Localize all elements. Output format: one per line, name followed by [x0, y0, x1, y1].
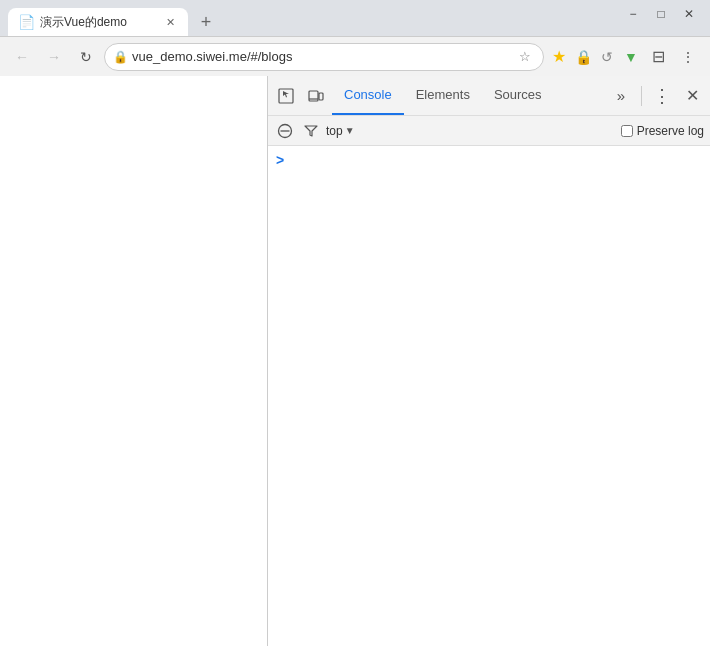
console-prompt-arrow[interactable]: > [276, 152, 284, 168]
main-content: Console Elements Sources » ⋮ ✕ [0, 76, 710, 646]
extension-icon-3[interactable]: ↺ [596, 46, 618, 68]
back-button[interactable]: ← [8, 43, 36, 71]
active-tab[interactable]: 📄 演示Vue的demo ✕ [8, 8, 188, 36]
inspect-element-button[interactable] [272, 82, 300, 110]
preserve-log-label: Preserve log [637, 124, 704, 138]
preserve-log-container: Preserve log [621, 124, 704, 138]
filter-button[interactable] [300, 120, 322, 142]
clear-console-button[interactable] [274, 120, 296, 142]
context-dropdown-arrow: ▼ [345, 125, 355, 136]
tab-favicon: 📄 [18, 14, 34, 30]
page-security-icon: 🔒 [113, 50, 128, 64]
window-controls: − □ ✕ [620, 4, 702, 32]
tab-close-button[interactable]: ✕ [162, 14, 178, 30]
close-window-button[interactable]: ✕ [676, 4, 702, 24]
console-prompt-row: > [272, 150, 706, 170]
reload-button[interactable]: ↻ [72, 43, 100, 71]
extension-icon-4[interactable]: ▼ [620, 46, 642, 68]
navigation-bar: ← → ↻ 🔒 ☆ ★ 🔒 ↺ ▼ ⊟ ⋮ [0, 36, 710, 76]
maximize-button[interactable]: □ [648, 4, 674, 24]
bookmark-button[interactable]: ☆ [515, 47, 535, 67]
toolbar-separator [641, 86, 642, 106]
context-label: top [326, 124, 343, 138]
tab-title: 演示Vue的demo [40, 14, 156, 31]
new-tab-button[interactable]: + [192, 8, 220, 36]
svg-rect-2 [319, 93, 323, 100]
chrome-menu-button[interactable]: ⋮ [674, 43, 702, 71]
preserve-log-checkbox[interactable] [621, 125, 633, 137]
console-content: > [268, 146, 710, 646]
console-toolbar: top ▼ Preserve log [268, 116, 710, 146]
device-toolbar-button[interactable] [302, 82, 330, 110]
page-area [0, 76, 267, 646]
minimize-button[interactable]: − [620, 4, 646, 24]
customize-button[interactable]: ⊟ [644, 43, 672, 71]
address-input[interactable] [132, 49, 511, 64]
devtools-tabs: Console Elements Sources [332, 76, 605, 115]
context-selector[interactable]: top ▼ [326, 124, 355, 138]
extension-icon-2[interactable]: 🔒 [572, 46, 594, 68]
more-tabs-button[interactable]: » [607, 82, 635, 110]
tab-elements[interactable]: Elements [404, 76, 482, 115]
devtools-panel: Console Elements Sources » ⋮ ✕ [267, 76, 710, 646]
devtools-toolbar: Console Elements Sources » ⋮ ✕ [268, 76, 710, 116]
tab-bar: 📄 演示Vue的demo ✕ + [8, 0, 220, 36]
devtools-close-button[interactable]: ✕ [678, 82, 706, 110]
forward-button[interactable]: → [40, 43, 68, 71]
tab-sources[interactable]: Sources [482, 76, 554, 115]
title-bar: 📄 演示Vue的demo ✕ + − □ ✕ [0, 0, 710, 36]
tab-console[interactable]: Console [332, 76, 404, 115]
extension-icon-1[interactable]: ★ [548, 46, 570, 68]
browser-window: 📄 演示Vue的demo ✕ + − □ ✕ ← → ↻ 🔒 ☆ ★ 🔒 ↺ ▼… [0, 0, 710, 646]
nav-actions: ★ 🔒 ↺ ▼ ⊟ ⋮ [548, 43, 702, 71]
address-bar-container[interactable]: 🔒 ☆ [104, 43, 544, 71]
devtools-menu-button[interactable]: ⋮ [648, 82, 676, 110]
